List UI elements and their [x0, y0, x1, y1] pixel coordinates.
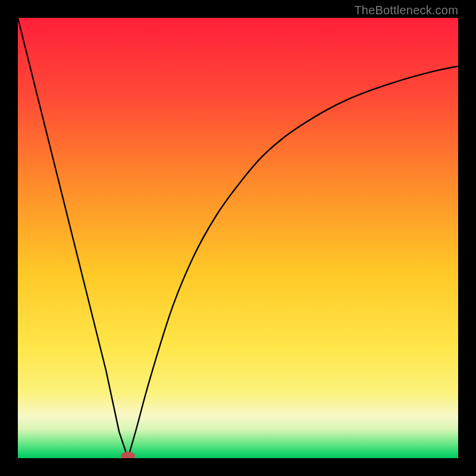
gradient-background	[18, 18, 458, 458]
credit-watermark: TheBottleneck.com	[354, 4, 458, 17]
outer-frame: TheBottleneck.com	[0, 0, 476, 476]
chart-svg	[18, 18, 458, 458]
plot-area	[18, 18, 458, 458]
